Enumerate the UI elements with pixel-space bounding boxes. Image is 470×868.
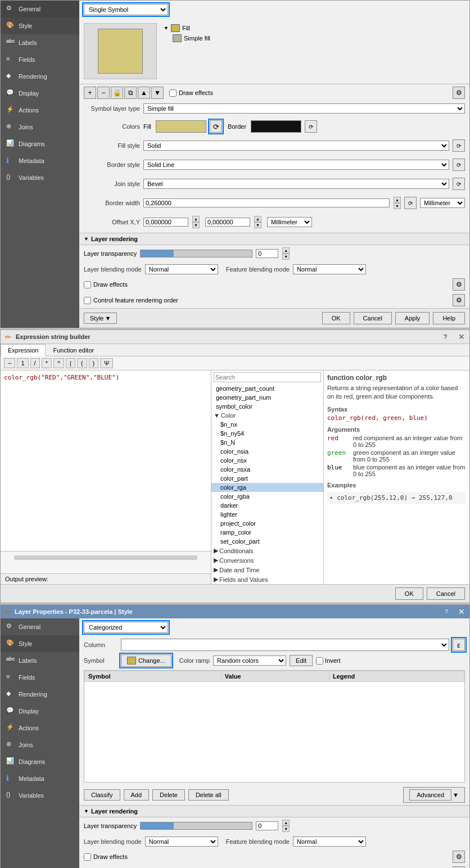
fn-symbol-color[interactable]: symbol_color bbox=[211, 402, 323, 411]
sidebar-item-joins-3[interactable]: ⊕ Joins bbox=[1, 736, 79, 753]
expr-tool-div[interactable]: / bbox=[30, 358, 40, 368]
delete-all-categories-btn[interactable]: Delete all bbox=[188, 789, 229, 801]
sidebar-item-rendering-3[interactable]: ◆ Rendering bbox=[1, 686, 79, 703]
sidebar-item-diagrams-3[interactable]: 📊 Diagrams bbox=[1, 753, 79, 770]
fn-lighter[interactable]: lighter bbox=[211, 510, 323, 519]
sidebar-item-general-1[interactable]: ⚙ General bbox=[1, 1, 79, 17]
draw-effects-check-1[interactable] bbox=[84, 281, 91, 288]
sidebar-item-variables-3[interactable]: {} Variables bbox=[1, 787, 79, 804]
fn-n-ny54[interactable]: $n_ny54 bbox=[211, 429, 323, 438]
fn-geometry-part-num[interactable]: geometry_part_num bbox=[211, 393, 323, 402]
effects-settings-btn[interactable]: ⚙ bbox=[453, 87, 465, 99]
expr-tab-function-editor[interactable]: Function editor bbox=[46, 344, 101, 356]
sidebar-item-diagrams-1[interactable]: 📊 Diagrams bbox=[1, 135, 79, 152]
border-style-select[interactable]: Solid Line bbox=[143, 160, 449, 170]
border-color-picker-btn[interactable]: ⟳ bbox=[305, 120, 317, 133]
transparency-input-1[interactable] bbox=[256, 249, 278, 258]
expr-tool-lparen[interactable]: ( bbox=[77, 358, 87, 368]
add-symbol-layer-btn[interactable]: + bbox=[84, 87, 96, 99]
transparency-slider-1[interactable] bbox=[140, 250, 252, 257]
fn-group-color[interactable]: ▼ Color bbox=[211, 411, 323, 420]
expr-help-btn[interactable]: ? bbox=[444, 333, 447, 340]
fn-color-nsx[interactable]: color_nsx bbox=[211, 456, 323, 465]
sidebar-item-actions-3[interactable]: ⚡ Actions bbox=[1, 720, 79, 736]
fn-color-nsxa[interactable]: color_nsxa bbox=[211, 465, 323, 474]
expr-tool-psi[interactable]: Ψ bbox=[100, 358, 113, 368]
expr-scrollbar[interactable] bbox=[14, 555, 197, 560]
draw-effects-settings-btn-3[interactable]: ⚙ bbox=[453, 851, 465, 863]
fn-n-N[interactable]: $n_N bbox=[211, 438, 323, 447]
fn-project-color[interactable]: project_color bbox=[211, 519, 323, 528]
sidebar-item-joins-1[interactable]: ⊕ Joins bbox=[1, 119, 79, 135]
fn-group-conversions[interactable]: ▶ Conversions bbox=[211, 555, 323, 565]
sidebar-item-fields-1[interactable]: ≡ Fields bbox=[1, 51, 79, 68]
sidebar-item-display-3[interactable]: 💬 Display bbox=[1, 703, 79, 720]
sidebar-item-variables-1[interactable]: {} Variables bbox=[1, 169, 79, 186]
cancel-btn-1[interactable]: Cancel bbox=[354, 312, 392, 324]
fn-ramp-color[interactable]: ramp_color bbox=[211, 528, 323, 537]
border-style-btn[interactable]: ⟳ bbox=[453, 159, 465, 171]
fill-layer-item[interactable]: ▼ Fill bbox=[161, 23, 465, 33]
control-feature-settings-btn-1[interactable]: ⚙ bbox=[453, 294, 465, 306]
apply-btn-1[interactable]: Apply bbox=[395, 312, 430, 324]
move-up-symbol-layer-btn[interactable]: ▲ bbox=[138, 87, 150, 99]
fn-group-conditionals[interactable]: ▶ Conditionals bbox=[211, 546, 323, 555]
expr-text-input[interactable]: color_rgb("RED","GREEN","BLUE") bbox=[1, 370, 211, 551]
ok-btn-1[interactable]: OK bbox=[322, 312, 350, 324]
control-feature-check-1[interactable] bbox=[84, 297, 91, 304]
sidebar-item-metadata-1[interactable]: ℹ Metadata bbox=[1, 152, 79, 169]
sidebar-item-labels-3[interactable]: abc Labels bbox=[1, 652, 79, 669]
fn-n-nx[interactable]: $n_nx bbox=[211, 420, 323, 429]
offset-unit-select[interactable]: Millimeter bbox=[267, 217, 312, 227]
sidebar-item-general-3[interactable]: ⚙ General bbox=[1, 618, 79, 635]
sidebar-item-labels-1[interactable]: abc Labels bbox=[1, 34, 79, 51]
sidebar-item-actions-1[interactable]: ⚡ Actions bbox=[1, 102, 79, 119]
expr-ok-btn[interactable]: OK bbox=[395, 587, 423, 600]
remove-symbol-layer-btn[interactable]: − bbox=[97, 87, 110, 99]
advanced-dropdown-arrow[interactable]: ▼ bbox=[453, 792, 459, 798]
sidebar-item-style-1[interactable]: 🎨 Style bbox=[1, 17, 79, 34]
renderer-select[interactable]: Single Symbol bbox=[84, 4, 168, 15]
add-category-btn[interactable]: Add bbox=[124, 789, 150, 801]
move-down-symbol-layer-btn[interactable]: ▼ bbox=[151, 87, 164, 99]
feature-blending-select-1[interactable]: Normal bbox=[293, 264, 366, 274]
cat-renderer-select[interactable]: Categorized bbox=[84, 622, 168, 633]
transparency-spinner-1[interactable]: ▲▼ bbox=[282, 247, 290, 260]
sidebar-item-style-3[interactable]: 🎨 Style bbox=[1, 635, 79, 652]
fn-geometry-part-count[interactable]: geometry_part_count bbox=[211, 384, 323, 393]
simple-fill-item[interactable]: Simple fill bbox=[161, 33, 465, 43]
draw-effects-settings-btn-1[interactable]: ⚙ bbox=[453, 278, 465, 291]
transparency-input-3[interactable] bbox=[256, 821, 278, 830]
fn-group-datetime[interactable]: ▶ Date and Time bbox=[211, 565, 323, 575]
offset-x-spinner[interactable]: ▲▼ bbox=[192, 216, 200, 228]
transparency-slider-3[interactable] bbox=[140, 822, 252, 830]
expr-tool-pow[interactable]: ^ bbox=[53, 358, 64, 368]
feature-blending-select-3[interactable]: Normal bbox=[293, 837, 366, 847]
fn-group-fields[interactable]: ▶ Fields and Values bbox=[211, 575, 323, 584]
column-select[interactable] bbox=[121, 639, 449, 651]
advanced-btn[interactable]: Advanced bbox=[409, 789, 451, 801]
column-expr-btn[interactable]: ε bbox=[453, 639, 465, 651]
expr-tool-mul[interactable]: * bbox=[42, 358, 52, 368]
expr-search-input[interactable] bbox=[214, 372, 321, 382]
expr-tool-bar[interactable]: | bbox=[66, 358, 75, 368]
border-width-unit-select[interactable]: Millimeter bbox=[420, 198, 465, 208]
border-color-swatch[interactable] bbox=[251, 120, 301, 133]
lock-symbol-layer-btn[interactable]: 🔒 bbox=[111, 87, 123, 99]
blending-select-1[interactable]: Normal bbox=[145, 264, 218, 274]
join-style-btn[interactable]: ⟳ bbox=[453, 178, 465, 190]
expr-cancel-btn[interactable]: Cancel bbox=[427, 587, 465, 600]
blending-select-3[interactable]: Normal bbox=[145, 837, 218, 847]
fn-set-color-part[interactable]: set_color_part bbox=[211, 537, 323, 546]
border-width-spinner[interactable]: ▲▼ bbox=[394, 197, 401, 209]
sidebar-item-metadata-3[interactable]: ℹ Metadata bbox=[1, 770, 79, 787]
delete-category-btn[interactable]: Delete bbox=[152, 789, 185, 801]
offset-y-spinner[interactable]: ▲▼ bbox=[254, 216, 261, 228]
expr-tool-1[interactable]: 1 bbox=[17, 358, 28, 368]
duplicate-symbol-layer-btn[interactable]: ⧉ bbox=[124, 87, 137, 99]
border-width-input[interactable] bbox=[143, 198, 390, 207]
fn-color-nsia[interactable]: color_nsia bbox=[211, 447, 323, 456]
cat-close-btn[interactable]: ✕ bbox=[458, 607, 465, 616]
fill-style-select[interactable]: Solid bbox=[143, 141, 449, 151]
fill-color-picker-btn[interactable]: ⟳ bbox=[210, 120, 222, 133]
